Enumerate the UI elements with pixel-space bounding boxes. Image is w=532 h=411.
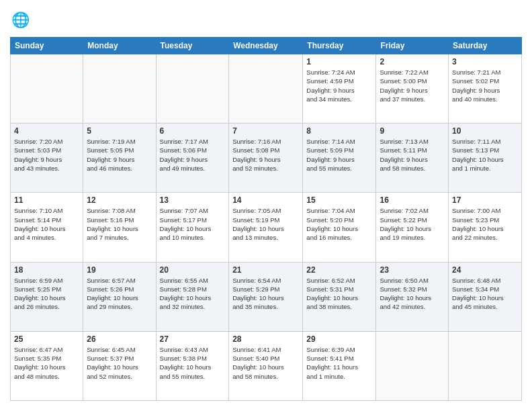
calendar-cell: 5Sunrise: 7:19 AM Sunset: 5:05 PM Daylig…	[83, 124, 156, 193]
calendar-cell: 3Sunrise: 7:21 AM Sunset: 5:02 PM Daylig…	[449, 54, 522, 124]
day-number: 11	[14, 195, 79, 205]
day-info: Sunrise: 6:47 AM Sunset: 5:35 PM Dayligh…	[14, 345, 79, 381]
calendar-cell: 25Sunrise: 6:47 AM Sunset: 5:35 PM Dayli…	[11, 331, 83, 400]
calendar-cell: 27Sunrise: 6:43 AM Sunset: 5:38 PM Dayli…	[156, 331, 229, 400]
calendar-cell	[449, 331, 522, 400]
day-info: Sunrise: 6:43 AM Sunset: 5:38 PM Dayligh…	[160, 345, 226, 381]
day-number: 27	[160, 334, 226, 344]
day-number: 28	[232, 334, 299, 344]
day-info: Sunrise: 6:52 AM Sunset: 5:31 PM Dayligh…	[306, 276, 372, 312]
calendar-cell: 24Sunrise: 6:48 AM Sunset: 5:34 PM Dayli…	[449, 262, 522, 331]
calendar-cell: 8Sunrise: 7:14 AM Sunset: 5:09 PM Daylig…	[303, 124, 376, 193]
weekday-header-tuesday: Tuesday	[156, 38, 229, 54]
day-number: 20	[160, 265, 226, 275]
day-info: Sunrise: 6:45 AM Sunset: 5:37 PM Dayligh…	[87, 345, 152, 381]
calendar-week-row-3: 18Sunrise: 6:59 AM Sunset: 5:25 PM Dayli…	[11, 262, 522, 331]
day-info: Sunrise: 6:59 AM Sunset: 5:25 PM Dayligh…	[14, 276, 79, 312]
day-number: 16	[380, 195, 445, 205]
calendar-week-row-4: 25Sunrise: 6:47 AM Sunset: 5:35 PM Dayli…	[11, 331, 522, 400]
weekday-header-saturday: Saturday	[449, 38, 522, 54]
day-number: 25	[14, 334, 79, 344]
weekday-header-thursday: Thursday	[303, 38, 376, 54]
calendar-cell	[156, 54, 229, 124]
day-info: Sunrise: 7:13 AM Sunset: 5:11 PM Dayligh…	[380, 137, 445, 173]
calendar-cell: 1Sunrise: 7:24 AM Sunset: 4:59 PM Daylig…	[303, 54, 376, 124]
day-info: Sunrise: 7:04 AM Sunset: 5:20 PM Dayligh…	[306, 206, 372, 242]
day-number: 1	[306, 57, 372, 66]
day-number: 10	[452, 126, 518, 136]
day-info: Sunrise: 7:11 AM Sunset: 5:13 PM Dayligh…	[452, 137, 518, 173]
day-info: Sunrise: 7:16 AM Sunset: 5:08 PM Dayligh…	[232, 137, 299, 173]
calendar-cell: 4Sunrise: 7:20 AM Sunset: 5:03 PM Daylig…	[11, 124, 83, 193]
calendar-cell: 29Sunrise: 6:39 AM Sunset: 5:41 PM Dayli…	[303, 331, 376, 400]
calendar-cell: 22Sunrise: 6:52 AM Sunset: 5:31 PM Dayli…	[303, 262, 376, 331]
day-number: 3	[452, 57, 518, 66]
day-info: Sunrise: 6:39 AM Sunset: 5:41 PM Dayligh…	[306, 345, 372, 381]
day-info: Sunrise: 7:17 AM Sunset: 5:06 PM Dayligh…	[160, 137, 226, 173]
day-info: Sunrise: 7:22 AM Sunset: 5:00 PM Dayligh…	[380, 68, 445, 103]
day-info: Sunrise: 7:10 AM Sunset: 5:14 PM Dayligh…	[14, 206, 79, 242]
day-info: Sunrise: 7:02 AM Sunset: 5:22 PM Dayligh…	[380, 206, 445, 242]
weekday-header-monday: Monday	[83, 38, 156, 54]
day-number: 17	[452, 195, 518, 205]
day-info: Sunrise: 7:21 AM Sunset: 5:02 PM Dayligh…	[452, 68, 518, 103]
calendar-cell: 17Sunrise: 7:00 AM Sunset: 5:23 PM Dayli…	[449, 193, 522, 262]
calendar-cell: 23Sunrise: 6:50 AM Sunset: 5:32 PM Dayli…	[376, 262, 449, 331]
day-info: Sunrise: 7:20 AM Sunset: 5:03 PM Dayligh…	[14, 137, 79, 173]
day-info: Sunrise: 7:24 AM Sunset: 4:59 PM Dayligh…	[306, 68, 372, 103]
calendar-cell: 10Sunrise: 7:11 AM Sunset: 5:13 PM Dayli…	[449, 124, 522, 193]
calendar-cell	[229, 54, 303, 124]
calendar-cell: 26Sunrise: 6:45 AM Sunset: 5:37 PM Dayli…	[83, 331, 156, 400]
day-number: 29	[306, 334, 372, 344]
calendar-cell	[83, 54, 156, 124]
calendar-cell: 7Sunrise: 7:16 AM Sunset: 5:08 PM Daylig…	[229, 124, 303, 193]
calendar-cell: 15Sunrise: 7:04 AM Sunset: 5:20 PM Dayli…	[303, 193, 376, 262]
calendar-cell: 18Sunrise: 6:59 AM Sunset: 5:25 PM Dayli…	[11, 262, 83, 331]
day-info: Sunrise: 6:50 AM Sunset: 5:32 PM Dayligh…	[380, 276, 445, 312]
day-number: 6	[160, 126, 226, 136]
weekday-header-sunday: Sunday	[11, 38, 83, 54]
calendar-cell	[376, 331, 449, 400]
logo: 🌐	[10, 10, 33, 30]
calendar-cell	[11, 54, 83, 124]
day-number: 12	[87, 195, 152, 205]
calendar-cell: 9Sunrise: 7:13 AM Sunset: 5:11 PM Daylig…	[376, 124, 449, 193]
day-number: 7	[232, 126, 299, 136]
day-number: 22	[306, 265, 372, 275]
calendar-cell: 11Sunrise: 7:10 AM Sunset: 5:14 PM Dayli…	[11, 193, 83, 262]
day-info: Sunrise: 6:55 AM Sunset: 5:28 PM Dayligh…	[160, 276, 226, 312]
day-info: Sunrise: 6:57 AM Sunset: 5:26 PM Dayligh…	[87, 276, 152, 312]
day-number: 26	[87, 334, 152, 344]
weekday-header-row: SundayMondayTuesdayWednesdayThursdayFrid…	[11, 38, 522, 54]
day-info: Sunrise: 6:54 AM Sunset: 5:29 PM Dayligh…	[232, 276, 299, 312]
day-number: 4	[14, 126, 79, 136]
day-number: 9	[380, 126, 445, 136]
logo-icon: 🌐	[10, 10, 30, 30]
calendar-week-row-2: 11Sunrise: 7:10 AM Sunset: 5:14 PM Dayli…	[11, 193, 522, 262]
day-info: Sunrise: 7:19 AM Sunset: 5:05 PM Dayligh…	[87, 137, 152, 173]
day-info: Sunrise: 7:08 AM Sunset: 5:16 PM Dayligh…	[87, 206, 152, 242]
day-number: 19	[87, 265, 152, 275]
calendar-cell: 21Sunrise: 6:54 AM Sunset: 5:29 PM Dayli…	[229, 262, 303, 331]
calendar-week-row-1: 4Sunrise: 7:20 AM Sunset: 5:03 PM Daylig…	[11, 124, 522, 193]
calendar-cell: 6Sunrise: 7:17 AM Sunset: 5:06 PM Daylig…	[156, 124, 229, 193]
day-number: 18	[14, 265, 79, 275]
day-info: Sunrise: 7:00 AM Sunset: 5:23 PM Dayligh…	[452, 206, 518, 242]
page: 🌐 SundayMondayTuesdayWednesdayThursdayFr…	[0, 0, 532, 411]
day-number: 5	[87, 126, 152, 136]
day-number: 2	[380, 57, 445, 66]
day-number: 21	[232, 265, 299, 275]
calendar-cell: 20Sunrise: 6:55 AM Sunset: 5:28 PM Dayli…	[156, 262, 229, 331]
day-info: Sunrise: 6:48 AM Sunset: 5:34 PM Dayligh…	[452, 276, 518, 312]
weekday-header-friday: Friday	[376, 38, 449, 54]
day-number: 8	[306, 126, 372, 136]
day-number: 13	[160, 195, 226, 205]
day-info: Sunrise: 7:07 AM Sunset: 5:17 PM Dayligh…	[160, 206, 226, 242]
day-number: 14	[232, 195, 299, 205]
calendar-cell: 14Sunrise: 7:05 AM Sunset: 5:19 PM Dayli…	[229, 193, 303, 262]
day-info: Sunrise: 7:14 AM Sunset: 5:09 PM Dayligh…	[306, 137, 372, 173]
day-number: 23	[380, 265, 445, 275]
day-info: Sunrise: 6:41 AM Sunset: 5:40 PM Dayligh…	[232, 345, 299, 381]
svg-text:🌐: 🌐	[11, 11, 30, 29]
day-number: 24	[452, 265, 518, 275]
